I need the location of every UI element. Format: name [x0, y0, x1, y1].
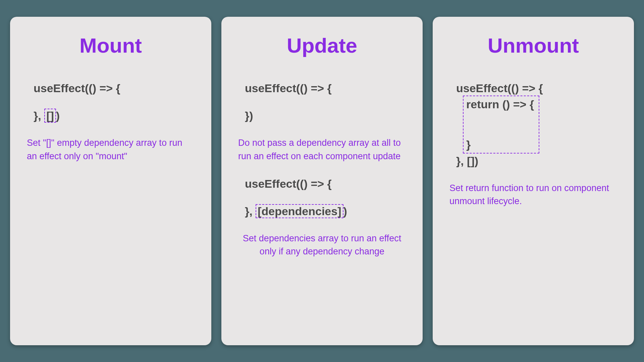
update-description-1: Do not pass a dependency array at all to… — [238, 136, 406, 163]
update-code2-line2: }, [dependencies]) — [245, 204, 406, 219]
unmount-code-line1: useEffect(() => { — [456, 81, 617, 96]
unmount-code-end: }, []) — [456, 154, 617, 168]
unmount-return-line1: return () => { — [466, 97, 534, 112]
update-title: Update — [238, 34, 406, 57]
update-highlight-dependencies: [dependencies] — [256, 204, 343, 218]
unmount-code-block: useEffect(() => { return () => { } }, []… — [456, 81, 617, 168]
update-description-2: Set dependencies array to run an effect … — [238, 232, 406, 258]
unmount-return-line2: } — [466, 137, 534, 152]
update-code2-suffix: ) — [343, 205, 347, 218]
mount-code-line1: useEffect(() => { — [34, 81, 195, 96]
mount-code-suffix: ) — [56, 109, 60, 122]
mount-card: Mount useEffect(() => { }, []) Set "[]" … — [10, 17, 211, 345]
mount-code-prefix: }, — [34, 109, 44, 122]
update-code-block-1: useEffect(() => { }) — [245, 81, 406, 123]
mount-highlight-empty-array: [] — [44, 109, 56, 123]
update-code2-prefix: }, — [245, 205, 256, 218]
unmount-title: Unmount — [449, 34, 617, 57]
update-code2-line1: useEffect(() => { — [245, 176, 406, 191]
mount-code-line2: }, []) — [34, 108, 195, 123]
mount-title: Mount — [27, 34, 195, 57]
update-code1-line2: }) — [245, 108, 406, 123]
update-code1-line1: useEffect(() => { — [245, 81, 406, 96]
unmount-card: Unmount useEffect(() => { return () => {… — [433, 17, 634, 345]
mount-code-block: useEffect(() => { }, []) — [34, 81, 195, 123]
mount-description: Set "[]" empty dependency array to run a… — [27, 136, 195, 163]
update-code-block-2: useEffect(() => { }, [dependencies]) — [245, 176, 406, 219]
unmount-description: Set return function to run on component … — [449, 182, 617, 208]
update-card: Update useEffect(() => { }) Do not pass … — [221, 17, 423, 345]
unmount-highlight-return: return () => { } — [463, 96, 539, 153]
